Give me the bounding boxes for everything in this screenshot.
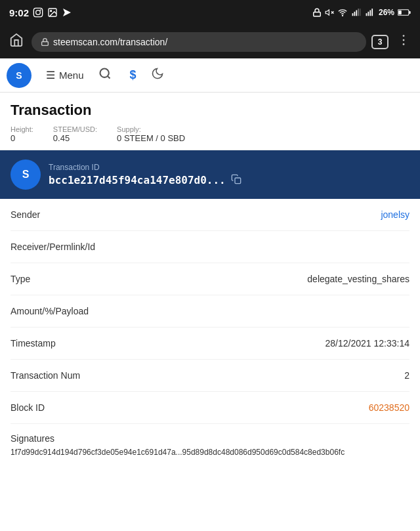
receiver-label: Receiver/Permlink/Id	[10, 242, 95, 252]
svg-marker-5	[63, 9, 71, 16]
home-button[interactable]	[7, 30, 26, 53]
svg-marker-7	[326, 10, 329, 15]
svg-rect-29	[235, 178, 241, 184]
height-stat: Height: 0	[10, 125, 33, 143]
supply-value: 0 STEEM / 0 SBD	[117, 133, 185, 143]
supply-stat: Supply: 0 STEEM / 0 SBD	[117, 125, 185, 143]
svg-rect-22	[398, 11, 402, 14]
signal-icon-2	[365, 8, 375, 17]
steem-logo[interactable]: S	[7, 63, 32, 88]
signatures-value: 1f7d99dc914d194d796cf3de05e94e1c691d47a.…	[10, 446, 410, 458]
main-content: Transaction Height: 0 STEEM/USD: 0.45 Su…	[0, 93, 420, 480]
sender-value[interactable]: jonelsy	[381, 209, 410, 220]
svg-rect-16	[366, 13, 368, 16]
dark-mode-button[interactable]	[146, 63, 169, 87]
block-id-value[interactable]: 60238520	[369, 402, 410, 413]
browser-bar: steemscan.com/transaction/ 3	[0, 25, 420, 58]
type-row: Type delegate_vesting_shares	[10, 263, 410, 295]
txid-label: Transaction ID	[49, 163, 410, 172]
timestamp-value: 28/12/2021 12:33:14	[326, 338, 410, 349]
amount-label: Amount/%/Payload	[10, 306, 89, 316]
supply-label: Supply:	[117, 125, 185, 133]
steem-usd-stat: STEEM/USD: 0.45	[53, 125, 97, 143]
lock-status-icon	[312, 8, 322, 17]
status-time: 9:02	[9, 7, 29, 18]
timestamp-label: Timestamp	[10, 338, 56, 349]
sender-row: Sender jonelsy	[10, 199, 410, 231]
block-id-row: Block ID 60238520	[10, 392, 410, 424]
battery-percent: 26%	[379, 8, 394, 17]
search-button[interactable]	[89, 63, 121, 87]
svg-rect-15	[360, 9, 360, 16]
mute-icon	[325, 8, 334, 17]
tx-num-label: Transaction Num	[10, 370, 80, 381]
details-section: Sender jonelsy Receiver/Permlink/Id Type…	[0, 199, 420, 424]
image-icon	[47, 7, 58, 18]
copy-icon[interactable]	[231, 174, 242, 187]
steem-usd-value: 0.45	[53, 133, 97, 143]
menu-label: Menu	[59, 70, 84, 81]
svg-point-10	[342, 15, 343, 16]
svg-rect-13	[356, 11, 357, 16]
sender-label: Sender	[10, 209, 40, 220]
receiver-row: Receiver/Permlink/Id	[10, 231, 410, 263]
svg-rect-11	[352, 13, 354, 16]
tab-count-badge[interactable]: 3	[371, 35, 388, 49]
txid-value: bcc1e217d45f94ca147e807d0...	[49, 174, 226, 186]
svg-rect-21	[409, 11, 410, 14]
address-lock-icon	[41, 37, 49, 47]
signatures-label: Signatures	[10, 433, 410, 444]
svg-rect-0	[33, 8, 42, 16]
address-bar[interactable]: steemscan.com/transaction/	[32, 32, 366, 52]
instagram-icon	[33, 7, 43, 18]
svg-rect-12	[354, 12, 355, 16]
timestamp-row: Timestamp 28/12/2021 12:33:14	[10, 328, 410, 360]
hamburger-icon: ☰	[46, 69, 55, 81]
type-label: Type	[10, 274, 30, 284]
svg-rect-6	[314, 12, 321, 16]
svg-point-27	[100, 69, 108, 77]
svg-point-4	[51, 11, 52, 12]
amount-row: Amount/%/Payload	[10, 295, 410, 328]
dollar-button[interactable]: $	[121, 64, 146, 86]
signal-icon	[351, 8, 362, 17]
svg-point-26	[403, 43, 405, 45]
dollar-icon: $	[130, 68, 136, 81]
svg-point-25	[403, 39, 405, 41]
svg-rect-19	[371, 9, 373, 16]
type-value: delegate_vesting_shares	[307, 274, 410, 284]
svg-line-28	[107, 76, 110, 79]
steem-logo-large: S	[10, 159, 41, 190]
status-right: 26%	[312, 8, 411, 17]
address-text: steemscan.com/transaction/	[53, 37, 357, 47]
page-title: Transaction	[10, 102, 410, 119]
svg-rect-23	[42, 41, 49, 45]
txid-card: S Transaction ID bcc1e217d45f94ca147e807…	[0, 150, 420, 199]
stats-row: Height: 0 STEEM/USD: 0.45 Supply: 0 STEE…	[10, 125, 410, 143]
tx-num-value: 2	[404, 370, 410, 381]
svg-rect-18	[369, 11, 371, 16]
svg-point-1	[36, 11, 41, 15]
nav-bar: S ☰ Menu $	[0, 58, 420, 93]
svg-rect-17	[368, 12, 369, 16]
battery-icon	[398, 9, 411, 16]
svg-point-2	[40, 9, 41, 11]
tx-num-row: Transaction Num 2	[10, 360, 410, 392]
browser-menu-button[interactable]	[394, 30, 413, 53]
height-label: Height:	[10, 125, 33, 133]
height-value: 0	[10, 133, 33, 143]
txid-info: Transaction ID bcc1e217d45f94ca147e807d0…	[49, 163, 410, 187]
page-title-area: Transaction Height: 0 STEEM/USD: 0.45 Su…	[0, 93, 420, 150]
status-bar: 9:02 26%	[0, 0, 420, 25]
block-id-label: Block ID	[10, 402, 45, 413]
steem-usd-label: STEEM/USD:	[53, 125, 97, 133]
navigation-icon	[62, 7, 72, 18]
signatures-section: Signatures 1f7d99dc914d194d796cf3de05e94…	[0, 424, 420, 467]
wifi-icon	[337, 8, 348, 17]
svg-point-24	[403, 35, 405, 37]
menu-button[interactable]: ☰ Menu	[41, 65, 89, 85]
svg-rect-14	[358, 9, 359, 16]
